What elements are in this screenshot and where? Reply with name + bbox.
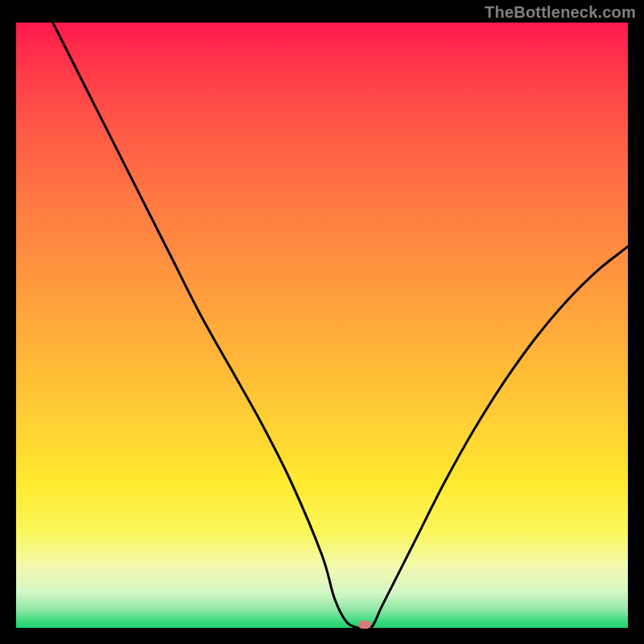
watermark-text: TheBottleneck.com <box>485 3 636 22</box>
chart-stage: TheBottleneck.com <box>0 0 644 644</box>
optimum-marker <box>358 621 371 629</box>
bottleneck-curve <box>16 23 628 628</box>
plot-area <box>16 23 628 628</box>
